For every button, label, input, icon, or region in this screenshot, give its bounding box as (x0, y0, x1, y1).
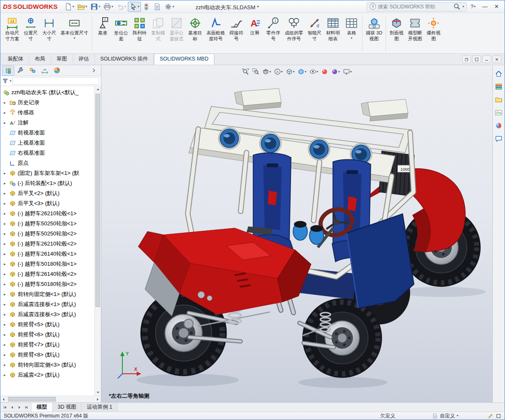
ribbon-geometric-tolerance-button[interactable]: 形位公 差 (112, 14, 130, 53)
tree-item[interactable]: ▸A注解 (0, 118, 94, 128)
new-button[interactable]: ▾ (63, 2, 76, 12)
tree-item[interactable]: ▸(-) 越野车50180轮胎<1> (0, 259, 94, 269)
expand-arrow-icon[interactable]: ▸ (4, 353, 9, 357)
scroll-left-button[interactable] (0, 396, 7, 403)
edit-pencil-icon[interactable] (488, 413, 493, 419)
bottom-tab-运动算例 1[interactable]: 运动算例 1 (82, 403, 117, 412)
view-annotations-button[interactable]: A▾ (272, 67, 284, 77)
expand-arrow-icon[interactable]: ▸ (4, 121, 9, 125)
expand-arrow-icon[interactable]: ▸ (4, 322, 9, 327)
tree-item[interactable]: 原点 (0, 158, 94, 168)
previous-tab-button[interactable] (9, 404, 16, 411)
expand-arrow-icon[interactable]: ▸ (4, 242, 9, 246)
scroll-thumb[interactable] (95, 94, 100, 307)
tree-item[interactable]: ▸(-) 越野车26140轮毂<1> (0, 249, 94, 259)
expand-arrow-icon[interactable]: ▸ (4, 343, 9, 347)
expand-arrow-icon[interactable]: ▸ (4, 282, 9, 286)
tree-vertical-scrollbar[interactable] (94, 86, 101, 396)
bottom-tab-3D 视图[interactable]: 3D 视图 (53, 403, 82, 412)
command-tab-装配体[interactable]: 装配体 (2, 54, 29, 65)
command-tab-评估[interactable]: 评估 (73, 54, 95, 65)
help-search-box[interactable]: ? ▾ (367, 2, 467, 11)
view-settings-button[interactable]: ▾ (342, 67, 353, 77)
ribbon-balloon-button[interactable]: 1零件序 号 (264, 14, 283, 53)
task-pane-appearances-scenes-button[interactable] (494, 121, 504, 131)
pane-previous-button[interactable] (462, 55, 471, 63)
expand-arrow-icon[interactable]: ▸ (4, 232, 9, 236)
tree-item[interactable]: 右视基准面 (0, 148, 94, 158)
expand-arrow-icon[interactable]: ▸ (4, 302, 9, 306)
hide-show-items-button[interactable]: ▾ (308, 67, 320, 77)
ribbon-model-break-view-button[interactable]: 模型断 开视图 (406, 14, 424, 53)
ribbon-datum-target-button[interactable]: 基准目 标 (186, 14, 204, 53)
tree-item[interactable]: ▸(-) 越野车50250轮胎<2> (0, 229, 94, 239)
task-pane-custom-properties-button[interactable] (494, 134, 504, 144)
tree-item[interactable]: ▸传感器 (0, 108, 94, 118)
tree-item[interactable]: ▸(-) 越野车26140轮毂<2> (0, 269, 94, 279)
expand-arrow-icon[interactable]: ▸ (4, 262, 9, 266)
expand-arrow-icon[interactable]: ▸ (4, 333, 9, 337)
expand-arrow-icon[interactable]: ▸ (4, 312, 9, 317)
first-tab-button[interactable] (2, 404, 8, 411)
command-tab-布局[interactable]: 布局 (29, 54, 51, 65)
tree-item[interactable]: ▸后减震连接板<1> (默认) (0, 299, 94, 309)
last-tab-button[interactable] (23, 404, 30, 411)
status-window-icon[interactable] (496, 413, 501, 419)
close-button[interactable]: ✕ (491, 2, 502, 12)
expand-arrow-icon[interactable]: ▸ (4, 292, 9, 296)
panel-tab-dimxpert-manager[interactable]: xx (39, 66, 51, 76)
task-pane-file-explorer-button[interactable] (494, 95, 504, 105)
panel-tab-featuremanager-tree[interactable] (2, 66, 14, 76)
hscroll-track[interactable] (7, 396, 94, 402)
ribbon-note-button[interactable]: A注释 (246, 14, 264, 53)
ribbon-datum-button[interactable]: A基准 (93, 14, 112, 53)
tree-item[interactable]: ▸后减震<2> (默认) (0, 370, 94, 380)
expand-arrow-icon[interactable]: ▸ (4, 363, 9, 367)
view-orientation-button[interactable]: ▾ (284, 67, 296, 77)
zoom-to-fit-button[interactable] (241, 67, 250, 77)
expand-arrow-icon[interactable]: ▸ (4, 211, 9, 216)
scroll-up-button[interactable] (95, 86, 101, 93)
help-button[interactable]: ?▾ (468, 2, 479, 12)
expand-arrow-icon[interactable]: ▸ (4, 252, 9, 256)
tree-item[interactable]: ▸前转向固定侧<3> (默认) (0, 360, 94, 370)
ribbon-auto-dimension-scheme-button[interactable]: 12自动尺 寸方案 (3, 14, 21, 53)
tree-item[interactable]: ▸前摇臂<6> (默认) (0, 330, 94, 340)
next-tab-button[interactable] (16, 404, 23, 411)
filter-funnel-icon[interactable] (2, 78, 8, 84)
expand-arrow-icon[interactable]: ▸ (4, 373, 9, 377)
search-icon[interactable] (453, 3, 460, 10)
expand-arrow-icon[interactable]: ▸ (4, 171, 9, 175)
hscroll-thumb[interactable] (8, 397, 56, 402)
options-button[interactable]: ▾ (163, 2, 176, 12)
ribbon-tables-button[interactable]: 表格▾ (342, 14, 361, 53)
tree-item[interactable]: ▸后平叉<2> (默认) (0, 188, 94, 198)
ribbon-size-dimension-button[interactable]: 大小尺 寸 (40, 14, 58, 53)
panel-tab-property-manager[interactable] (14, 66, 26, 76)
scroll-down-button[interactable] (95, 389, 101, 396)
minimize-button[interactable]: — (479, 2, 490, 12)
ribbon-bill-of-materials-button[interactable]: 材料明 细表 (324, 14, 342, 53)
tree-horizontal-scrollbar[interactable] (0, 396, 101, 402)
ribbon-basic-location-dimension-button[interactable]: 基本位置尺寸▾ (58, 14, 90, 53)
scroll-right-button[interactable] (94, 396, 101, 403)
command-tab-SOLIDWORKS MBD[interactable]: SOLIDWORKS MBD (154, 53, 214, 65)
open-button[interactable]: ▾ (76, 2, 89, 12)
tree-item[interactable]: 前视基准面 (0, 128, 94, 138)
ribbon-capture-3d-view-button[interactable]: 捕获 3D 视图 (364, 14, 384, 53)
tree-item[interactable]: ▸(-) 后轮装配<1> (默认) (0, 178, 94, 188)
expand-arrow-icon[interactable]: ▸ (4, 272, 9, 276)
tree-item[interactable]: ▸前摇臂<8> (默认) (0, 350, 94, 360)
ribbon-weld-symbol-button[interactable]: 焊接符 号 (227, 14, 246, 53)
tree-item[interactable]: ▸前摇臂<5> (默认) (0, 320, 94, 330)
command-tab-草图[interactable]: 草图 (51, 54, 73, 65)
tree-item[interactable]: ▸(-) 越野车26210轮毂<1> (0, 209, 94, 219)
task-pane-view-palette-button[interactable] (494, 108, 504, 118)
tree-filter-input[interactable] (12, 77, 99, 85)
expand-arrow-icon[interactable]: ▸ (4, 111, 9, 115)
pane-maximize-button[interactable] (472, 55, 481, 63)
expand-arrow-icon[interactable]: ▸ (4, 191, 9, 195)
ribbon-location-dimension-button[interactable]: 位置尺 寸 (21, 14, 40, 53)
zoom-to-area-button[interactable] (251, 67, 260, 77)
panel-tab-display-manager[interactable] (51, 66, 63, 76)
